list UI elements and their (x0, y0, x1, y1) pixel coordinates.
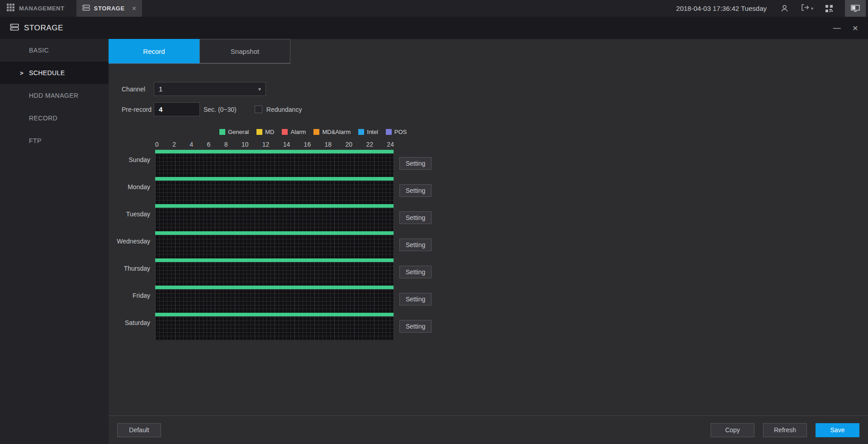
active-arrow-icon: > (20, 70, 24, 76)
close-button[interactable]: × (853, 23, 858, 33)
legend-color-swatch (313, 129, 319, 135)
legend-item: General (219, 129, 249, 135)
content-panel: Record Snapshot Channel 1 ▾ Pre-record S… (109, 39, 868, 444)
display-output-button[interactable] (845, 0, 866, 17)
save-button[interactable]: Save (816, 423, 859, 437)
sidebar-item-ftp[interactable]: FTP (0, 129, 109, 152)
footer-bar: Default Copy Refresh Save (109, 415, 868, 444)
schedule-day-row: Saturday Setting (109, 313, 868, 340)
user-account-icon[interactable] (780, 4, 789, 13)
schedule-bar (155, 177, 394, 181)
legend-label: Intel (367, 129, 378, 135)
day-timeline-grid[interactable] (155, 313, 394, 340)
legend-label: Alarm (290, 129, 306, 135)
hour-tick-label: 4 (190, 141, 193, 148)
copy-button[interactable]: Copy (711, 423, 754, 437)
redundancy-checkbox[interactable] (255, 105, 262, 113)
setting-button[interactable]: Setting (399, 184, 432, 197)
day-label: Wednesday (109, 231, 155, 258)
schedule-day-row: Thursday Setting (109, 258, 868, 286)
hour-tick-label: 0 (155, 141, 159, 148)
storage-tab-close-icon[interactable]: × (132, 5, 136, 12)
sidebar-item-basic[interactable]: BASIC (0, 39, 109, 62)
day-timeline-grid[interactable] (155, 258, 394, 286)
logout-menu[interactable]: ▾ (801, 3, 813, 14)
minimize-button[interactable]: — (833, 24, 841, 32)
schedule-day-row: Tuesday Setting (109, 204, 868, 231)
sidebar-item-label: SCHEDULE (29, 69, 65, 76)
legend-label: General (228, 129, 249, 135)
hour-tick-label: 18 (325, 141, 332, 148)
sidebar-item-label: BASIC (29, 47, 49, 54)
record-type-legend: General MD Alarm MD&Alarm (219, 129, 868, 135)
sidebar-item-hdd-manager[interactable]: HDD MANAGER (0, 84, 109, 107)
hour-tick-label: 16 (304, 141, 311, 148)
top-bar: MANAGEMENT STORAGE × 2018-04-03 17:36:42… (0, 0, 868, 17)
tab-snapshot[interactable]: Snapshot (199, 39, 290, 63)
schedule-day-row: Monday Setting (109, 177, 868, 204)
sidebar-item-record[interactable]: RECORD (0, 107, 109, 129)
schedule-grid: Sunday Setting Monday (109, 150, 868, 340)
setting-button[interactable]: Setting (399, 293, 432, 306)
sidebar-item-label: FTP (29, 137, 42, 144)
window-title: STORAGE (24, 24, 63, 33)
hour-tick-label: 20 (345, 141, 352, 148)
storage-tab[interactable]: STORAGE × (76, 0, 142, 17)
sidebar-item-schedule[interactable]: > SCHEDULE (0, 62, 109, 84)
storage-window-icon (10, 24, 19, 33)
day-timeline-grid[interactable] (155, 150, 394, 177)
tab-record[interactable]: Record (109, 39, 199, 63)
setting-button[interactable]: Setting (399, 239, 432, 251)
record-snapshot-tabs: Record Snapshot (109, 39, 290, 63)
setting-button[interactable]: Setting (399, 157, 432, 170)
setting-button[interactable]: Setting (399, 320, 432, 333)
setting-button[interactable]: Setting (399, 211, 432, 224)
day-timeline-grid[interactable] (155, 177, 394, 204)
hour-tick-label: 8 (224, 141, 228, 148)
legend-label: POS (394, 129, 407, 135)
monitor-icon (851, 5, 860, 12)
day-timeline-grid[interactable] (155, 231, 394, 258)
storage-tab-label: STORAGE (94, 5, 125, 12)
hour-tick-label: 2 (172, 141, 176, 148)
default-button[interactable]: Default (117, 423, 161, 437)
management-tab[interactable]: MANAGEMENT (0, 0, 76, 17)
day-timeline-grid[interactable] (155, 286, 394, 313)
prerecord-input[interactable] (154, 102, 200, 116)
storage-disk-icon (82, 5, 90, 13)
qr-code-icon[interactable] (825, 5, 833, 13)
legend-label: MD&Alarm (322, 129, 351, 135)
legend-item: POS (386, 129, 407, 135)
logout-icon (801, 3, 809, 14)
schedule-day-row: Wednesday Setting (109, 231, 868, 258)
day-label: Friday (109, 286, 155, 313)
day-label: Saturday (109, 313, 155, 340)
channel-dropdown[interactable]: 1 ▾ (154, 82, 266, 96)
legend-item: Intel (358, 129, 378, 135)
hour-tick-label: 22 (366, 141, 373, 148)
apps-grid-icon (7, 4, 14, 13)
hour-tick-label: 6 (207, 141, 210, 148)
dropdown-caret-icon: ▾ (258, 86, 261, 92)
schedule-bar (155, 150, 394, 153)
schedule-bar (155, 258, 394, 262)
hour-tick-label: 10 (242, 141, 249, 148)
hour-tick-label: 14 (283, 141, 290, 148)
refresh-button[interactable]: Refresh (763, 423, 807, 437)
system-datetime: 2018-04-03 17:36:42 Tuesday (676, 5, 767, 12)
schedule-bar (155, 231, 394, 235)
sidebar-item-label: HDD MANAGER (29, 92, 78, 99)
legend-color-swatch (256, 129, 262, 135)
channel-dropdown-value: 1 (159, 85, 162, 93)
sidebar-item-label: RECORD (29, 115, 57, 122)
chevron-down-icon: ▾ (811, 6, 813, 11)
schedule-form: Channel 1 ▾ Pre-record Sec. (0~30) Redun… (122, 82, 868, 116)
day-timeline-grid[interactable] (155, 204, 394, 231)
day-label: Tuesday (109, 204, 155, 231)
setting-button[interactable]: Setting (399, 266, 432, 278)
schedule-bar (155, 313, 394, 316)
prerecord-unit-label: Sec. (0~30) (204, 106, 237, 113)
schedule-day-row: Friday Setting (109, 286, 868, 313)
legend-color-swatch (282, 129, 288, 135)
legend-item: Alarm (282, 129, 306, 135)
